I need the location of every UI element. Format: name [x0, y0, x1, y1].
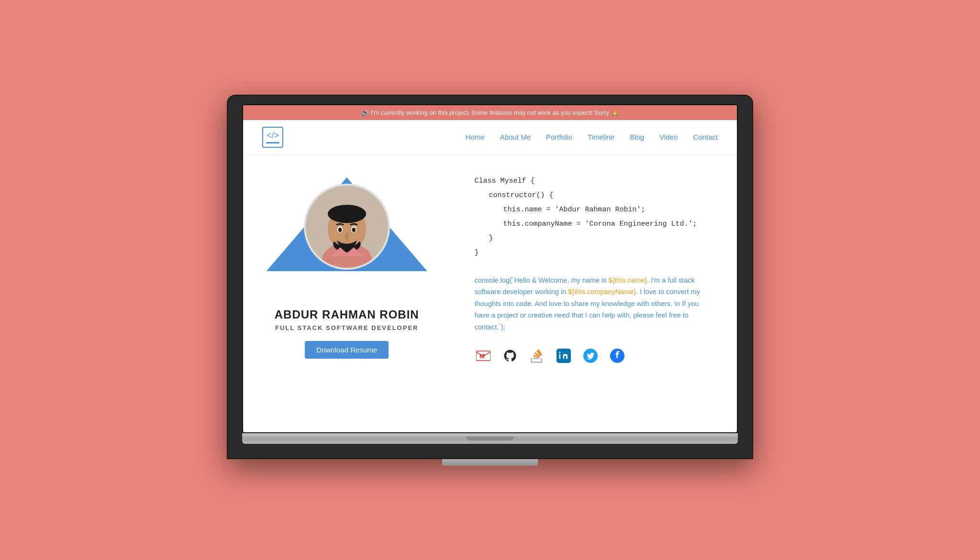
code-line-3: this.name = 'Abdur Rahman Robin';	[503, 203, 713, 217]
nav-link-video[interactable]: Video	[659, 133, 678, 141]
svg-point-10	[338, 227, 342, 232]
github-icon[interactable]	[501, 347, 519, 365]
avatar-svg	[306, 186, 388, 268]
main-content: ABDUR RAHMAN ROBIN FULL STACK SOFTWARE D…	[243, 155, 737, 432]
laptop-notch	[466, 437, 514, 440]
logo-underline	[266, 142, 279, 143]
console-text: console.log(`Hello & Welcome, my name is…	[474, 275, 713, 333]
nav-logo: </>	[262, 127, 283, 148]
svg-point-11	[352, 227, 356, 232]
svg-text:M: M	[479, 352, 485, 360]
nav-item-blog[interactable]: Blog	[630, 133, 644, 142]
avatar-wrapper	[304, 184, 390, 270]
nav-link-timeline[interactable]: Timeline	[588, 133, 614, 141]
code-brackets-icon: </>	[267, 131, 279, 141]
hero-triangle	[257, 169, 436, 279]
person-title: FULL STACK SOFTWARE DEVELOPER	[275, 324, 418, 331]
logo-icon: </>	[262, 127, 283, 148]
linkedin-icon[interactable]	[555, 347, 573, 365]
nav-link-home[interactable]: Home	[466, 133, 485, 141]
laptop-screen: 🔊 I'm currently working on this project.…	[242, 104, 738, 433]
laptop-stand	[442, 459, 538, 466]
code-block: Class Myself { constructor() { this.name…	[474, 174, 713, 260]
announcement-text: 🔊 I'm currently working on this project.…	[361, 109, 618, 116]
console-blue-start: console.log(`Hello & Welcome, my name is	[474, 276, 608, 284]
company-variable: ${this.companyName}	[568, 288, 636, 296]
navbar: </> Home About Me Portfolio Timeline Blo…	[243, 120, 737, 155]
person-name: ABDUR RAHMAN ROBIN	[275, 308, 419, 321]
laptop-body: 🔊 I'm currently working on this project.…	[227, 95, 753, 459]
nav-item-about[interactable]: About Me	[500, 133, 531, 142]
nav-link-portfolio[interactable]: Portfolio	[546, 133, 572, 141]
left-panel: ABDUR RAHMAN ROBIN FULL STACK SOFTWARE D…	[243, 155, 450, 432]
laptop-base	[242, 433, 738, 444]
stackoverflow-icon[interactable]	[528, 347, 546, 365]
code-line-6: }	[474, 246, 713, 260]
code-line-1: Class Myself {	[474, 174, 713, 188]
laptop-wrapper: 🔊 I'm currently working on this project.…	[227, 95, 753, 466]
facebook-icon[interactable]	[608, 347, 626, 365]
nav-item-contact[interactable]: Contact	[693, 133, 718, 142]
right-panel: Class Myself { constructor() { this.name…	[450, 155, 737, 432]
nav-item-home[interactable]: Home	[466, 133, 485, 142]
nav-item-video[interactable]: Video	[659, 133, 678, 142]
announcement-bar: 🔊 I'm currently working on this project.…	[243, 105, 737, 120]
nav-item-portfolio[interactable]: Portfolio	[546, 133, 572, 142]
svg-point-5	[328, 205, 366, 223]
nav-link-blog[interactable]: Blog	[630, 133, 644, 141]
code-line-2: constructor() {	[489, 188, 713, 203]
code-line-4: this.companyName = 'Corona Engineering L…	[503, 217, 713, 231]
nav-links: Home About Me Portfolio Timeline Blog Vi…	[466, 133, 718, 142]
download-resume-button[interactable]: Download Resume	[305, 341, 389, 359]
nav-link-contact[interactable]: Contact	[693, 133, 718, 141]
social-icons: M	[474, 347, 713, 365]
twitter-icon[interactable]	[581, 347, 600, 365]
nav-item-timeline[interactable]: Timeline	[588, 133, 614, 142]
nav-link-about[interactable]: About Me	[500, 133, 531, 141]
name-variable: ${this.name}	[609, 276, 647, 284]
gmail-icon[interactable]: M	[474, 347, 492, 365]
code-line-5: }	[489, 231, 713, 246]
